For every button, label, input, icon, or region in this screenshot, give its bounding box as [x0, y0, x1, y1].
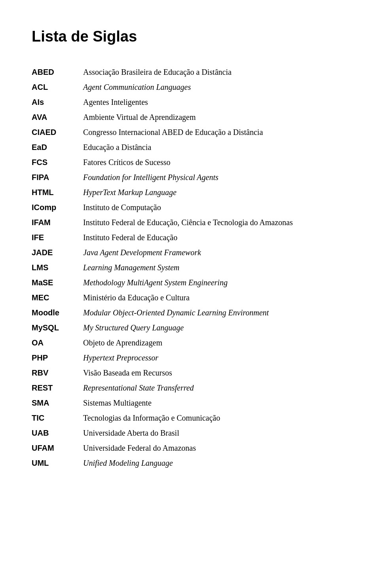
acronym-abbreviation: MySQL: [32, 321, 83, 334]
list-item: RESTRepresentational State Transferred: [32, 381, 348, 395]
acronym-definition: Universidade Aberta do Brasil: [83, 426, 179, 440]
acronym-definition: Instituto Federal de Educação: [83, 231, 177, 244]
list-item: FIPAFoundation for Intelligent Physical …: [32, 171, 348, 184]
list-item: OAObjeto de Aprendizagem: [32, 336, 348, 349]
acronym-abbreviation: UML: [32, 456, 83, 470]
list-item: ICompInstituto de Computação: [32, 201, 348, 214]
acronym-abbreviation: JADE: [32, 246, 83, 259]
acronym-definition: Unified Modeling Language: [83, 456, 173, 470]
acronym-definition: Instituto de Computação: [83, 201, 161, 214]
list-item: RBVVisão Baseada em Recursos: [32, 366, 348, 379]
acronym-abbreviation: MEC: [32, 291, 83, 304]
acronym-definition: Ambiente Virtual de Aprendizagem: [83, 110, 196, 124]
acronym-abbreviation: Moodle: [32, 306, 83, 319]
acronym-definition: Fatores Críticos de Sucesso: [83, 156, 171, 169]
acronym-abbreviation: FIPA: [32, 171, 83, 184]
list-item: FCSFatores Críticos de Sucesso: [32, 156, 348, 169]
list-item: MoodleModular Object-Oriented Dynamic Le…: [32, 306, 348, 319]
list-item: CIAEDCongresso Internacional ABED de Edu…: [32, 125, 348, 139]
acronym-definition: Tecnologias da Informação e Comunicação: [83, 411, 220, 425]
acronym-definition: Methodology MultiAgent System Engineerin…: [83, 276, 228, 289]
acronym-abbreviation: TIC: [32, 411, 83, 425]
acronym-definition: My Structured Query Language: [83, 321, 184, 334]
acronym-definition: Foundation for Intelligent Physical Agen…: [83, 171, 218, 184]
list-item: PHPHypertext Preprocessor: [32, 351, 348, 364]
list-item: AIsAgentes Inteligentes: [32, 95, 348, 109]
acronym-abbreviation: RBV: [32, 366, 83, 379]
acronym-definition: Objeto de Aprendizagem: [83, 336, 162, 349]
acronym-definition: Java Agent Development Framework: [83, 246, 201, 259]
acronym-abbreviation: OA: [32, 336, 83, 349]
acronym-definition: Sistemas Multiagente: [83, 396, 152, 410]
acronym-abbreviation: UFAM: [32, 441, 83, 455]
list-item: IFEInstituto Federal de Educação: [32, 231, 348, 244]
acronym-abbreviation: AVA: [32, 110, 83, 124]
list-item: TICTecnologias da Informação e Comunicaç…: [32, 411, 348, 425]
acronym-abbreviation: IComp: [32, 201, 83, 214]
acronym-abbreviation: IFE: [32, 231, 83, 244]
acronym-definition: Associação Brasileira de Educação a Dist…: [83, 65, 232, 79]
list-item: UABUniversidade Aberta do Brasil: [32, 426, 348, 440]
acronym-definition: Representational State Transferred: [83, 381, 194, 395]
list-item: LMSLearning Management System: [32, 261, 348, 274]
list-item: MySQLMy Structured Query Language: [32, 321, 348, 334]
acronym-abbreviation: ACL: [32, 80, 83, 94]
acronym-definition: Hypertext Preprocessor: [83, 351, 158, 364]
acronym-definition: Universidade Federal do Amazonas: [83, 441, 196, 455]
acronym-definition: Modular Object-Oriented Dynamic Learning…: [83, 306, 269, 319]
list-item: ACLAgent Communication Languages: [32, 80, 348, 94]
acronym-abbreviation: CIAED: [32, 125, 83, 139]
acronym-definition: Agent Communication Languages: [83, 80, 191, 94]
list-item: UFAMUniversidade Federal do Amazonas: [32, 441, 348, 455]
acronym-definition: Learning Management System: [83, 261, 179, 274]
acronym-list: ABEDAssociação Brasileira de Educação a …: [32, 65, 348, 470]
page-title: Lista de Siglas: [32, 24, 348, 49]
acronym-definition: Instituto Federal de Educação, Ciência e…: [83, 216, 293, 229]
list-item: SMASistemas Multiagente: [32, 396, 348, 410]
acronym-definition: Ministério da Educação e Cultura: [83, 291, 190, 304]
acronym-abbreviation: PHP: [32, 351, 83, 364]
acronym-abbreviation: UAB: [32, 426, 83, 440]
acronym-abbreviation: AIs: [32, 95, 83, 109]
list-item: JADEJava Agent Development Framework: [32, 246, 348, 259]
list-item: MaSEMethodology MultiAgent System Engine…: [32, 276, 348, 289]
list-item: ABEDAssociação Brasileira de Educação a …: [32, 65, 348, 79]
acronym-abbreviation: ABED: [32, 65, 83, 79]
list-item: UMLUnified Modeling Language: [32, 456, 348, 470]
list-item: HTMLHyperText Markup Language: [32, 186, 348, 199]
acronym-abbreviation: SMA: [32, 396, 83, 410]
acronym-definition: Congresso Internacional ABED de Educação…: [83, 125, 263, 139]
list-item: EaDEducação a Distância: [32, 140, 348, 154]
acronym-abbreviation: MaSE: [32, 276, 83, 289]
acronym-definition: Agentes Inteligentes: [83, 95, 148, 109]
acronym-abbreviation: EaD: [32, 140, 83, 154]
acronym-abbreviation: REST: [32, 381, 83, 395]
acronym-abbreviation: HTML: [32, 186, 83, 199]
list-item: MECMinistério da Educação e Cultura: [32, 291, 348, 304]
acronym-abbreviation: FCS: [32, 156, 83, 169]
list-item: AVAAmbiente Virtual de Aprendizagem: [32, 110, 348, 124]
acronym-abbreviation: LMS: [32, 261, 83, 274]
acronym-definition: Visão Baseada em Recursos: [83, 366, 172, 379]
acronym-definition: Educação a Distância: [83, 140, 151, 154]
acronym-definition: HyperText Markup Language: [83, 186, 177, 199]
acronym-abbreviation: IFAM: [32, 216, 83, 229]
list-item: IFAMInstituto Federal de Educação, Ciênc…: [32, 216, 348, 229]
